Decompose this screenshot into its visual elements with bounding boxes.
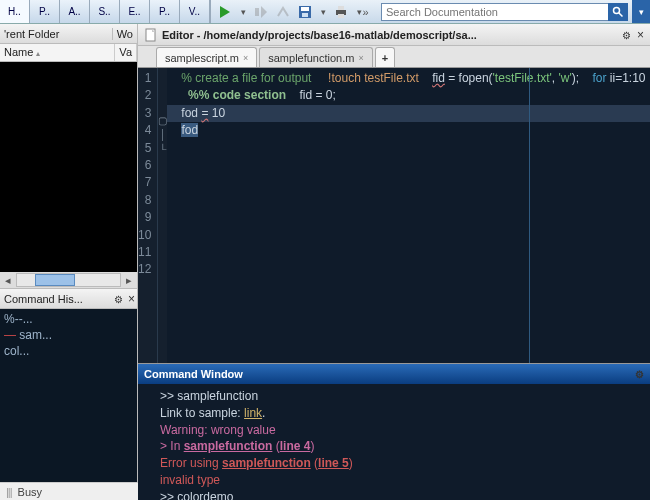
expand-icon[interactable]: » (355, 4, 371, 20)
current-folder-panel: Name ▴ Va ◂ ▸ (0, 44, 137, 289)
link[interactable]: line 5 (318, 456, 349, 470)
command-window-panel: Command Window >> samplefunction Link to… (138, 364, 650, 500)
fold-toggle-icon[interactable]: ▢ (158, 114, 167, 129)
history-line[interactable]: col... (4, 343, 133, 359)
ribbon-tab[interactable]: H.. (0, 0, 30, 23)
ribbon-tab[interactable]: E.. (120, 0, 150, 23)
scroll-thumb[interactable] (35, 274, 75, 286)
editor-title-text: Editor - /home/andy/projects/base16-matl… (162, 29, 616, 41)
step-icon[interactable] (253, 4, 269, 20)
command-window-titlebar: Command Window (138, 364, 650, 384)
gear-icon[interactable] (635, 368, 644, 380)
fold-gutter[interactable]: ▢│└ (158, 68, 167, 363)
command-history-body[interactable]: %--... — sam... col... (0, 309, 137, 482)
editor-panel: Editor - /home/andy/projects/base16-matl… (138, 24, 650, 364)
layout-menu-icon[interactable] (632, 0, 650, 23)
link[interactable]: samplefunction (222, 456, 311, 470)
main-area: 'rent Folder Wo Name ▴ Va ◂ ▸ Command Hi… (0, 24, 650, 482)
editor-tabbar: samplescript.m× samplefunction.m× + (138, 46, 650, 68)
current-folder-title: 'rent Folder Wo (0, 24, 137, 44)
ribbon-tab[interactable]: S.. (90, 0, 120, 23)
save-dropdown-icon[interactable] (319, 4, 327, 20)
right-column: Editor - /home/andy/projects/base16-matl… (138, 24, 650, 482)
gear-icon[interactable] (622, 29, 631, 41)
ribbon-tabstrip: H.. P.. A.. S.. E.. P.. V.. (0, 0, 210, 23)
editor-tab[interactable]: samplescript.m× (156, 47, 257, 67)
svg-rect-7 (338, 6, 344, 10)
print-icon[interactable] (333, 4, 349, 20)
svg-rect-8 (338, 14, 344, 18)
tab-close-icon[interactable]: × (243, 53, 248, 63)
ribbon-tab[interactable]: P.. (30, 0, 60, 23)
panel-title-text: 'rent Folder (4, 28, 59, 40)
scroll-left-icon[interactable]: ◂ (0, 274, 16, 287)
close-icon[interactable] (128, 292, 135, 306)
column-value[interactable]: Va (115, 44, 137, 61)
search-box (377, 0, 632, 23)
editor-body[interactable]: 123456789101112 ▢│└ % create a file for … (138, 68, 650, 363)
ribbon-tab[interactable]: V.. (180, 0, 210, 23)
save-icon[interactable] (297, 4, 313, 20)
gear-icon[interactable] (114, 293, 123, 305)
svg-marker-2 (261, 6, 267, 18)
run-dropdown-icon[interactable] (239, 4, 247, 20)
top-toolbar: H.. P.. A.. S.. E.. P.. V.. » (0, 0, 650, 24)
quick-access-toolbar: » (210, 0, 377, 23)
line-gutter: 123456789101112 (138, 68, 158, 363)
history-line[interactable]: %--... (4, 311, 133, 327)
close-icon[interactable] (637, 28, 644, 42)
panel-title-text: Command His... (4, 293, 83, 305)
margin-line (529, 68, 530, 363)
folder-empty-area[interactable] (0, 62, 137, 272)
new-tab-button[interactable]: + (375, 47, 395, 67)
svg-rect-4 (301, 7, 309, 11)
document-icon (144, 28, 158, 42)
tab-close-icon[interactable]: × (358, 53, 363, 63)
workspace-title-text: Wo (112, 28, 133, 40)
left-column: 'rent Folder Wo Name ▴ Va ◂ ▸ Command Hi… (0, 24, 138, 482)
svg-rect-5 (302, 13, 308, 17)
editor-titlebar: Editor - /home/andy/projects/base16-matl… (138, 24, 650, 46)
link[interactable]: samplefunction (184, 439, 273, 453)
search-input[interactable] (381, 3, 609, 21)
status-text: Busy (18, 486, 42, 498)
history-line[interactable]: — sam... (4, 327, 133, 343)
command-history-panel: Command His... %--... — sam... col... (0, 289, 137, 482)
svg-line-10 (619, 12, 623, 16)
folder-columns: Name ▴ Va (0, 44, 137, 62)
ribbon-tab[interactable]: A.. (60, 0, 90, 23)
scroll-right-icon[interactable]: ▸ (121, 274, 137, 287)
editor-tab[interactable]: samplefunction.m× (259, 47, 372, 67)
column-name[interactable]: Name ▴ (0, 44, 115, 61)
svg-rect-1 (255, 8, 259, 16)
folder-hscrollbar[interactable]: ◂ ▸ (0, 272, 137, 288)
command-window-body[interactable]: >> samplefunction Link to sample: link. … (138, 384, 650, 500)
link[interactable]: link (244, 406, 262, 420)
search-go-icon[interactable] (608, 3, 628, 21)
command-history-title: Command His... (0, 289, 137, 309)
svg-point-9 (614, 7, 620, 13)
code-area[interactable]: % create a file for output !touch testFi… (167, 68, 650, 363)
link[interactable]: line 4 (280, 439, 311, 453)
svg-marker-0 (220, 6, 230, 18)
ribbon-tab[interactable]: P.. (150, 0, 180, 23)
panel-title-text: Command Window (144, 368, 243, 380)
run-icon[interactable] (217, 4, 233, 20)
step-out-icon[interactable] (275, 4, 291, 20)
status-grip-icon: ||| (6, 486, 12, 498)
